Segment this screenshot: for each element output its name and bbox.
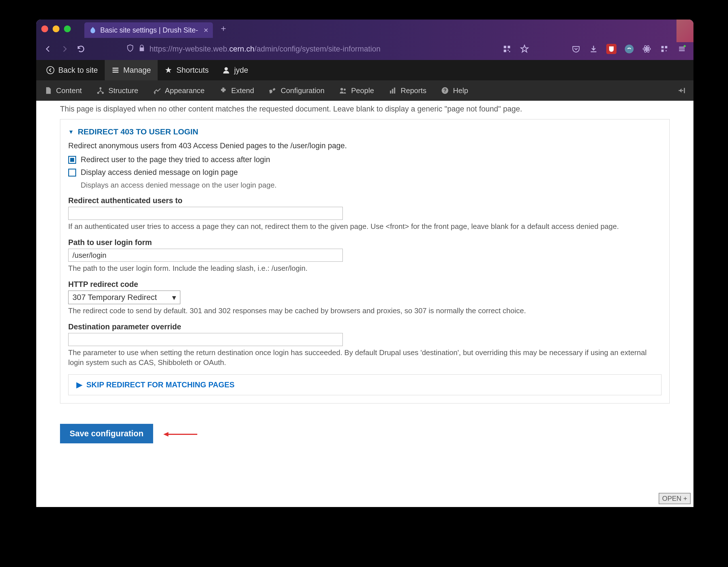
menu-structure-label: Structure	[108, 86, 138, 95]
svg-text:?: ?	[444, 88, 447, 93]
drupal-admin-bar-secondary: Content Structure Appearance Extend Conf…	[36, 80, 693, 101]
svg-rect-1	[508, 46, 510, 48]
helper-text: This page is displayed when no other con…	[60, 101, 670, 119]
forward-button[interactable]	[59, 44, 70, 54]
browser-tab[interactable]: Basic site settings | Drush Site- ×	[84, 22, 213, 38]
shortcuts[interactable]: Shortcuts	[158, 60, 215, 80]
svg-rect-22	[390, 91, 391, 94]
save-configuration-button[interactable]: Save configuration	[60, 424, 153, 443]
dest-override-input[interactable]	[68, 333, 343, 346]
menu-appearance[interactable]: Appearance	[146, 80, 212, 101]
reload-button[interactable]	[76, 44, 86, 54]
minimize-window-button[interactable]	[53, 25, 59, 32]
qr-icon[interactable]	[502, 44, 512, 54]
menu-icon[interactable]	[677, 44, 687, 54]
svg-point-6	[646, 48, 647, 50]
traffic-lights	[41, 25, 71, 32]
pocket-icon[interactable]	[571, 44, 581, 54]
http-code-label: HTTP redirect code	[68, 280, 661, 289]
http-code-select[interactable]: 307 Temporary Redirect ▾	[68, 290, 180, 304]
redirect-auth-input[interactable]	[68, 207, 343, 220]
svg-point-15	[47, 67, 54, 74]
url-bar[interactable]: https://my-website.web.cern.ch/admin/con…	[126, 44, 496, 54]
http-code-value: 307 Temporary Redirect	[72, 293, 157, 302]
ublock-icon[interactable]	[606, 44, 616, 54]
svg-point-19	[102, 92, 104, 94]
fieldset-description: Redirect anonymous users from 403 Access…	[68, 142, 661, 150]
display-denied-row: Display access denied message on login p…	[68, 168, 661, 177]
svg-rect-27	[684, 88, 685, 93]
login-path-label: Path to user login form	[68, 238, 661, 247]
svg-point-14	[684, 45, 686, 47]
menu-extend-label: Extend	[231, 86, 254, 95]
skip-redirect-label: SKIP REDIRECT FOR MATCHING PAGES	[86, 380, 235, 389]
menu-people-label: People	[351, 86, 374, 95]
svg-rect-12	[661, 50, 664, 52]
close-window-button[interactable]	[41, 25, 48, 32]
back-to-site-label: Back to site	[58, 66, 98, 75]
svg-rect-23	[392, 89, 393, 93]
manage-toggle[interactable]: Manage	[105, 60, 158, 80]
svg-point-18	[97, 92, 99, 94]
tab-title: Basic site settings | Drush Site-	[100, 26, 198, 34]
redirect-after-login-label: Redirect user to the page they tried to …	[81, 155, 270, 164]
open-badge[interactable]: OPEN +	[659, 493, 691, 504]
redirect-after-login-checkbox[interactable]	[68, 156, 76, 164]
apps-icon[interactable]	[660, 44, 669, 54]
login-path-input[interactable]	[68, 249, 343, 262]
svg-rect-4	[509, 51, 510, 52]
svg-point-21	[344, 89, 346, 91]
react-icon[interactable]	[642, 44, 652, 54]
skip-redirect-fieldset: ▶ SKIP REDIRECT FOR MATCHING PAGES	[68, 374, 661, 395]
redirect-auth-help: If an authenticated user tries to access…	[68, 222, 661, 232]
user-menu[interactable]: jyde	[215, 60, 255, 80]
download-icon[interactable]	[589, 44, 598, 54]
skip-redirect-toggle[interactable]: ▶ SKIP REDIRECT FOR MATCHING PAGES	[76, 380, 653, 389]
bookmark-icon[interactable]	[520, 44, 529, 54]
new-tab-button[interactable]: +	[221, 23, 226, 34]
arrow-annotation	[163, 427, 197, 440]
maximize-window-button[interactable]	[64, 25, 71, 32]
drupal-admin-bar-primary: Back to site Manage Shortcuts jyde	[36, 60, 693, 80]
menu-configuration[interactable]: Configuration	[262, 80, 332, 101]
back-button[interactable]	[43, 44, 53, 54]
fieldset-toggle[interactable]: ▼ REDIRECT 403 TO USER LOGIN	[68, 127, 661, 136]
http-code-help: The redirect code to send by default. 30…	[68, 306, 661, 316]
manage-label: Manage	[123, 66, 151, 75]
menu-help[interactable]: ? Help	[434, 80, 475, 101]
browser-toolbar-icons	[502, 44, 687, 54]
extension-circle-icon[interactable]	[624, 44, 634, 54]
browser-window: Basic site settings | Drush Site- × + ht…	[36, 20, 693, 507]
menu-people[interactable]: People	[332, 80, 381, 101]
display-denied-checkbox[interactable]	[68, 169, 76, 177]
drupal-icon	[89, 26, 97, 34]
menu-extend[interactable]: Extend	[212, 80, 262, 101]
svg-rect-3	[508, 50, 509, 51]
url-text: https://my-website.web.cern.ch/admin/con…	[149, 45, 380, 54]
login-path-help: The path to the user login form. Include…	[68, 264, 661, 273]
lock-icon	[138, 44, 145, 54]
menu-reports[interactable]: Reports	[381, 80, 434, 101]
menu-reports-label: Reports	[401, 86, 426, 95]
menu-appearance-label: Appearance	[165, 86, 205, 95]
svg-point-5	[625, 44, 633, 53]
back-to-site[interactable]: Back to site	[40, 60, 105, 80]
svg-marker-29	[163, 432, 168, 436]
svg-point-20	[341, 88, 343, 91]
svg-rect-11	[665, 46, 667, 48]
shortcuts-label: Shortcuts	[176, 66, 209, 75]
toolbar-orientation-toggle[interactable]	[670, 80, 693, 101]
menu-content-label: Content	[56, 86, 82, 95]
decorative-gradient	[676, 20, 693, 42]
menu-structure[interactable]: Structure	[89, 80, 146, 101]
save-row: Save configuration	[60, 424, 670, 443]
svg-rect-10	[661, 46, 664, 48]
display-denied-help: Displays an access denied message on the…	[81, 181, 661, 190]
menu-content[interactable]: Content	[37, 80, 89, 101]
svg-rect-24	[394, 88, 395, 94]
browser-tab-bar: Basic site settings | Drush Site- × +	[36, 20, 693, 38]
svg-rect-13	[666, 50, 667, 52]
close-tab-icon[interactable]: ×	[204, 26, 208, 35]
shield-icon	[126, 44, 134, 54]
menu-help-label: Help	[453, 86, 468, 95]
